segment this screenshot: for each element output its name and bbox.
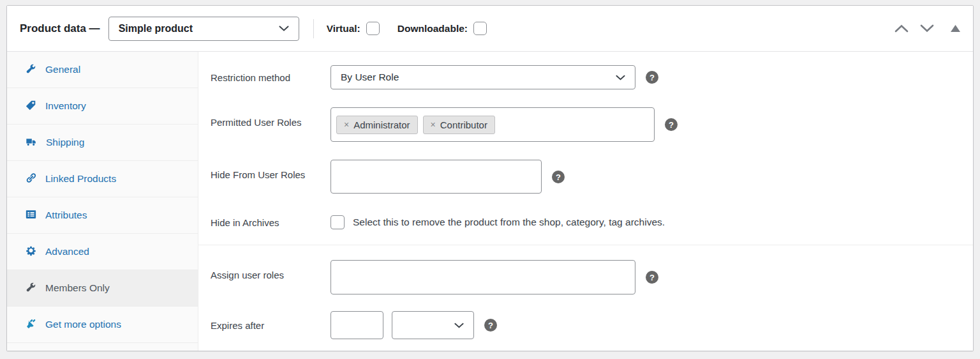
help-icon[interactable]: ? xyxy=(552,171,565,183)
chevron-down-icon xyxy=(454,323,464,328)
help-icon[interactable]: ? xyxy=(484,319,497,332)
tag-icon xyxy=(26,100,36,113)
product-data-tabs: General Inventory Shipping Linked Produc… xyxy=(7,52,198,351)
wrench-icon xyxy=(26,63,36,77)
restriction-method-select[interactable]: By User Role xyxy=(330,65,635,89)
link-icon xyxy=(26,172,36,186)
panel-header: Product data — Simple product Virtual: D… xyxy=(7,6,973,52)
list-icon xyxy=(26,209,36,222)
members-only-settings: Restriction method By User Role ? Permit… xyxy=(198,52,973,351)
tab-label: Advanced xyxy=(45,246,89,257)
hide-in-archives-description: Select this to remove the product from t… xyxy=(353,217,665,228)
tab-label: Shipping xyxy=(46,137,84,148)
role-tag: × Contributor xyxy=(423,116,495,134)
hide-in-archives-checkbox[interactable] xyxy=(330,215,345,229)
assign-user-roles-row: Assign user roles ? xyxy=(198,260,973,294)
expires-after-label: Expires after xyxy=(198,320,330,331)
header-controls xyxy=(895,24,960,33)
role-tag-label: Administrator xyxy=(353,119,410,130)
restriction-method-row: Restriction method By User Role ? xyxy=(198,65,973,89)
permitted-user-roles-input[interactable]: × Administrator × Contributor xyxy=(330,107,655,142)
remove-tag-icon[interactable]: × xyxy=(431,120,436,129)
panel-body: General Inventory Shipping Linked Produc… xyxy=(7,52,973,351)
chevron-down-icon xyxy=(616,75,625,80)
remove-tag-icon[interactable]: × xyxy=(344,120,349,129)
section-divider xyxy=(198,245,973,245)
chevron-up-icon[interactable] xyxy=(895,24,909,33)
tab-label: Attributes xyxy=(45,210,87,221)
header-separator xyxy=(313,19,314,38)
hide-from-user-roles-row: Hide From User Roles ? xyxy=(198,160,973,194)
permitted-user-roles-label: Permitted User Roles xyxy=(198,107,330,128)
expires-after-unit-select[interactable] xyxy=(392,311,474,339)
role-tag-label: Contributor xyxy=(440,119,487,130)
plug-icon xyxy=(26,318,36,332)
collapse-triangle-icon[interactable] xyxy=(951,25,960,32)
tab-get-more-options[interactable]: Get more options xyxy=(7,307,198,343)
panel-title: Product data — xyxy=(20,22,100,35)
tab-general[interactable]: General xyxy=(7,52,198,88)
product-type-value: Simple product xyxy=(119,23,193,34)
downloadable-checkbox[interactable] xyxy=(473,22,487,35)
tab-members-only[interactable]: Members Only xyxy=(7,270,198,307)
hide-from-user-roles-label: Hide From User Roles xyxy=(198,160,330,180)
hide-from-user-roles-input[interactable] xyxy=(330,160,542,194)
tab-label: Inventory xyxy=(45,100,86,112)
tab-label: General xyxy=(45,64,80,75)
chevron-down-icon[interactable] xyxy=(920,24,934,33)
expires-after-number-input[interactable] xyxy=(330,311,383,339)
permitted-user-roles-row: Permitted User Roles × Administrator × C… xyxy=(198,107,973,142)
restriction-method-label: Restriction method xyxy=(198,72,330,83)
tab-linked-products[interactable]: Linked Products xyxy=(7,161,198,197)
help-icon[interactable]: ? xyxy=(646,71,658,84)
tab-label: Linked Products xyxy=(45,173,116,185)
expires-after-row: Expires after ? xyxy=(198,311,973,339)
product-type-select[interactable]: Simple product xyxy=(108,17,299,41)
help-icon[interactable]: ? xyxy=(665,118,678,131)
hide-in-archives-row: Hide in Archives Select this to remove t… xyxy=(198,215,973,229)
truck-icon xyxy=(26,136,37,149)
downloadable-label: Downloadable: xyxy=(397,23,468,34)
restriction-method-value: By User Role xyxy=(341,72,399,83)
tab-shipping[interactable]: Shipping xyxy=(7,125,198,161)
hide-in-archives-label: Hide in Archives xyxy=(198,217,330,228)
virtual-label: Virtual: xyxy=(327,23,360,34)
product-data-panel: Product data — Simple product Virtual: D… xyxy=(6,5,974,351)
tab-label: Get more options xyxy=(45,319,121,330)
help-icon[interactable]: ? xyxy=(646,271,658,284)
gear-icon xyxy=(26,245,36,259)
tab-label: Members Only xyxy=(45,282,110,294)
chevron-down-icon xyxy=(279,26,289,31)
tab-inventory[interactable]: Inventory xyxy=(7,88,198,125)
role-tag: × Administrator xyxy=(336,116,418,134)
assign-user-roles-input[interactable] xyxy=(330,260,635,294)
assign-user-roles-label: Assign user roles xyxy=(198,260,330,280)
virtual-checkbox[interactable] xyxy=(366,22,380,35)
wrench-icon xyxy=(26,282,36,295)
tab-attributes[interactable]: Attributes xyxy=(7,197,198,234)
tab-advanced[interactable]: Advanced xyxy=(7,234,198,270)
